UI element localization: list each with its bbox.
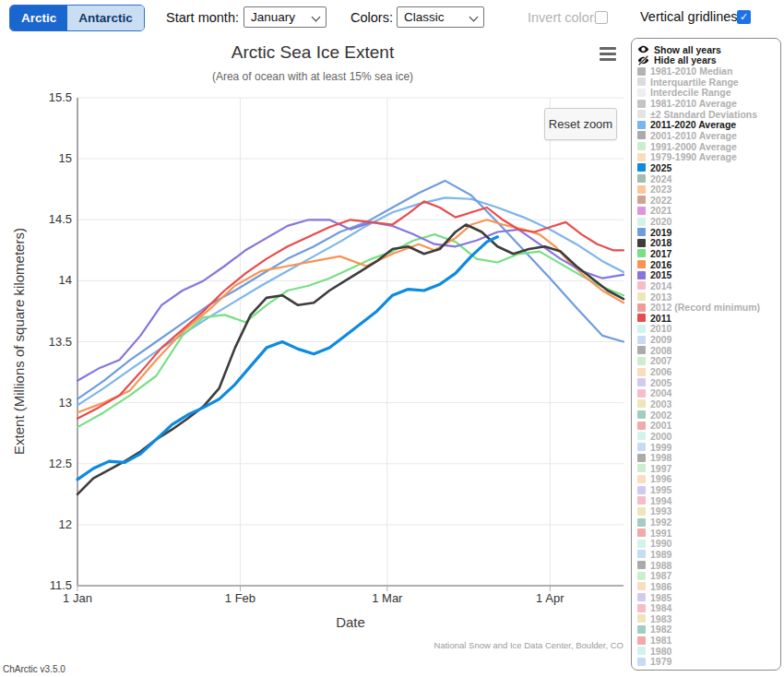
legend-item-1986[interactable]: 1986 bbox=[637, 581, 780, 592]
colors-select[interactable]: Classic bbox=[397, 6, 484, 28]
y-tick-label: 12 bbox=[28, 517, 72, 531]
legend-item-2011[interactable]: 2011 bbox=[637, 313, 780, 324]
legend-item-1997[interactable]: 1997 bbox=[637, 463, 780, 474]
legend-item-2006[interactable]: 2006 bbox=[637, 366, 780, 377]
legend-item-2024[interactable]: 2024 bbox=[637, 173, 780, 184]
legend-item--2-standard-deviations[interactable]: ±2 Standard Deviations bbox=[637, 109, 780, 120]
series-line-2011[interactable] bbox=[77, 201, 624, 418]
legend-item-1990[interactable]: 1990 bbox=[637, 538, 780, 549]
legend-item-2001-2010-average[interactable]: 2001-2010 Average bbox=[637, 130, 780, 141]
legend-swatch bbox=[637, 614, 646, 623]
legend-item-1980[interactable]: 1980 bbox=[637, 646, 780, 657]
legend-item-2020[interactable]: 2020 bbox=[637, 216, 780, 227]
legend-swatch bbox=[637, 561, 646, 569]
legend-swatch bbox=[637, 593, 646, 601]
legend-swatch bbox=[637, 89, 646, 97]
legend-item-2016[interactable]: 2016 bbox=[637, 259, 780, 270]
legend-item-1989[interactable]: 1989 bbox=[637, 549, 780, 560]
legend-item-1981[interactable]: 1981 bbox=[637, 635, 780, 646]
legend-item-1988[interactable]: 1988 bbox=[637, 560, 780, 571]
legend-item-2018[interactable]: 2018 bbox=[637, 238, 780, 249]
legend-hide-all-years[interactable]: Hide all years bbox=[637, 55, 780, 66]
legend-item-2009[interactable]: 2009 bbox=[637, 334, 780, 345]
legend-item-2007[interactable]: 2007 bbox=[637, 356, 780, 367]
legend-item-1991[interactable]: 1991 bbox=[637, 528, 780, 539]
legend-item-1999[interactable]: 1999 bbox=[637, 442, 780, 453]
legend-swatch bbox=[637, 325, 646, 333]
legend-swatch bbox=[637, 303, 646, 312]
legend-item-2010[interactable]: 2010 bbox=[637, 324, 780, 335]
legend-item-2000[interactable]: 2000 bbox=[637, 431, 780, 442]
legend-item-2022[interactable]: 2022 bbox=[637, 195, 780, 206]
series-line-2018[interactable] bbox=[77, 225, 624, 494]
legend-swatch bbox=[637, 292, 646, 301]
tab-antarctic[interactable]: Antarctic bbox=[67, 6, 144, 30]
series-line-2016[interactable] bbox=[77, 220, 624, 412]
y-tick-label: 12.5 bbox=[28, 457, 72, 470]
chevron-down-icon bbox=[469, 13, 479, 22]
hamburger-menu-icon[interactable] bbox=[600, 47, 616, 61]
legend-item-2008[interactable]: 2008 bbox=[637, 345, 780, 356]
invert-colors-checkbox[interactable] bbox=[595, 11, 608, 24]
legend-swatch bbox=[637, 389, 646, 398]
legend-item-2001[interactable]: 2001 bbox=[637, 420, 780, 431]
legend-item-1981-2010-median[interactable]: 1981-2010 Median bbox=[637, 65, 780, 77]
chevron-down-icon bbox=[312, 13, 321, 22]
legend-item-2012-record-minimum-[interactable]: 2012 (Record minimum) bbox=[637, 302, 780, 313]
vertical-gridlines-checkbox[interactable]: ✓ bbox=[737, 10, 751, 24]
legend-item-1983[interactable]: 1983 bbox=[637, 613, 780, 624]
x-tick-label: 1 Jan bbox=[48, 591, 107, 605]
legend-item-2021[interactable]: 2021 bbox=[637, 206, 780, 217]
legend-swatch bbox=[637, 422, 646, 430]
legend-swatch bbox=[637, 604, 646, 612]
legend-item-1991-2000-average[interactable]: 1991-2000 Average bbox=[637, 141, 780, 152]
legend-item-2005[interactable]: 2005 bbox=[637, 377, 780, 388]
legend-swatch bbox=[637, 218, 646, 226]
legend-item-1995[interactable]: 1995 bbox=[637, 484, 780, 495]
invert-colors-label: Invert colors bbox=[528, 10, 600, 25]
legend-item-interquartile-range[interactable]: Interquartile Range bbox=[637, 77, 780, 88]
legend-panel: Show all yearsHide all years1981-2010 Me… bbox=[631, 38, 781, 671]
legend-item-1996[interactable]: 1996 bbox=[637, 474, 780, 485]
start-month-label: Start month: bbox=[166, 10, 239, 25]
legend-item-1985[interactable]: 1985 bbox=[637, 592, 780, 603]
legend-swatch bbox=[637, 281, 646, 290]
legend-item-2019[interactable]: 2019 bbox=[637, 227, 780, 238]
legend-swatch bbox=[637, 454, 646, 462]
legend-item-1992[interactable]: 1992 bbox=[637, 517, 780, 528]
legend-item-2011-2020-average[interactable]: 2011-2020 Average bbox=[637, 119, 780, 130]
legend-swatch bbox=[637, 486, 646, 494]
legend-item-1998[interactable]: 1998 bbox=[637, 452, 780, 463]
legend-item-2002[interactable]: 2002 bbox=[637, 410, 780, 421]
legend-item-1993[interactable]: 1993 bbox=[637, 506, 780, 517]
legend-item-2017[interactable]: 2017 bbox=[637, 248, 780, 259]
x-tick-label: 1 Mar bbox=[358, 591, 417, 605]
legend-swatch bbox=[637, 121, 646, 129]
legend-item-2025[interactable]: 2025 bbox=[637, 162, 780, 173]
series-line-2019[interactable] bbox=[77, 181, 624, 399]
legend-item-2003[interactable]: 2003 bbox=[637, 398, 780, 410]
legend-item-1987[interactable]: 1987 bbox=[637, 570, 780, 581]
legend-item-interdecile-range[interactable]: Interdecile Range bbox=[637, 88, 780, 99]
legend-item-1982[interactable]: 1982 bbox=[637, 624, 780, 635]
legend-list: Show all yearsHide all years1981-2010 Me… bbox=[637, 44, 780, 667]
legend-item-2004[interactable]: 2004 bbox=[637, 388, 780, 399]
legend-swatch bbox=[637, 271, 646, 279]
legend-show-all-years[interactable]: Show all years bbox=[637, 44, 780, 55]
legend-swatch bbox=[637, 368, 646, 376]
legend-item-2023[interactable]: 2023 bbox=[637, 184, 780, 195]
legend-item-1979-1990-average[interactable]: 1979-1990 Average bbox=[637, 151, 780, 162]
legend-item-1979[interactable]: 1979 bbox=[637, 657, 780, 668]
legend-item-1981-2010-average[interactable]: 1981-2010 Average bbox=[637, 98, 780, 109]
reset-zoom-button[interactable]: Reset zoom bbox=[544, 108, 617, 140]
legend-item-2013[interactable]: 2013 bbox=[637, 291, 780, 303]
legend-item-2015[interactable]: 2015 bbox=[637, 269, 780, 280]
legend-item-1984[interactable]: 1984 bbox=[637, 602, 780, 613]
legend-item-2014[interactable]: 2014 bbox=[637, 280, 780, 291]
tab-arctic[interactable]: Arctic bbox=[10, 6, 67, 30]
legend-item-1994[interactable]: 1994 bbox=[637, 495, 780, 506]
series-line-2025[interactable] bbox=[77, 237, 497, 480]
legend-swatch bbox=[637, 529, 646, 537]
chart-plot-area[interactable] bbox=[77, 98, 624, 586]
start-month-select[interactable]: January bbox=[244, 6, 327, 28]
